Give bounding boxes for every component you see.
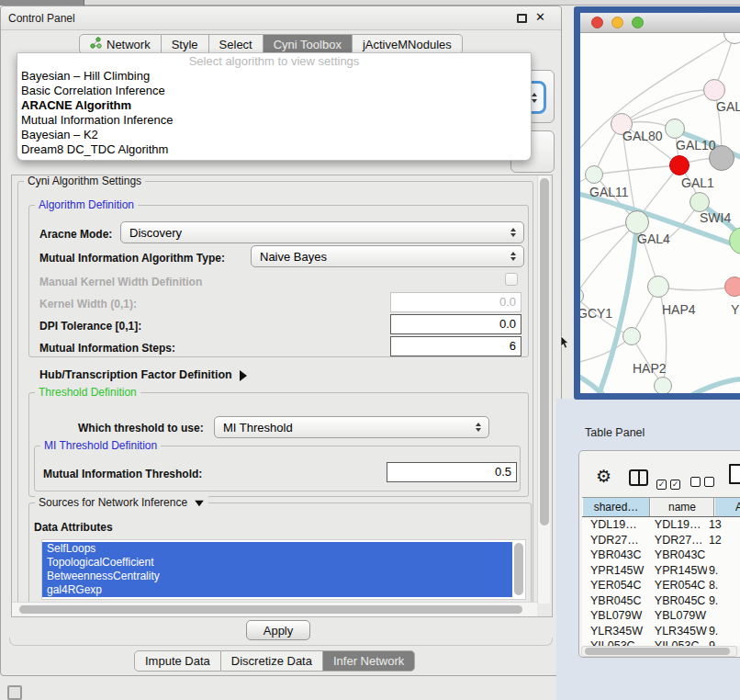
algorithm-option-basic-correlation-inference[interactable]: Basic Correlation Inference (17, 84, 531, 98)
network-window-titlebar[interactable] (580, 13, 740, 33)
attribute-topologicalcoefficient[interactable]: TopologicalCoefficient (42, 556, 512, 570)
data-attributes-listbox[interactable]: SelfLoopsTopologicalCoefficientBetweenne… (41, 539, 526, 600)
tab-label: Network (107, 38, 151, 51)
group-title: Threshold Definition (35, 386, 140, 399)
aracne-mode-label: Aracne Mode: (39, 228, 112, 241)
table-row[interactable]: YDL19…YDL19…13 (582, 517, 740, 533)
column-header-name[interactable]: name (650, 498, 714, 516)
dropdown-placeholder: Select algorithm to view settings (17, 54, 531, 69)
table-row[interactable]: YPR145WYPR145W9. (582, 563, 740, 579)
deselect-all-checkboxes-icon[interactable] (690, 474, 718, 491)
network-canvas[interactable]: GALGAL80GAL10GAL1GAL11SWI4GAL4GCY1HAP4YH… (580, 33, 740, 393)
algorithm-option-aracne-algorithm[interactable]: ARACNE Algorithm (17, 98, 531, 113)
network-node[interactable] (665, 119, 685, 139)
node-label-gal10: GAL10 (676, 138, 716, 152)
select-all-checkboxes-icon[interactable]: ✓✓ (656, 474, 684, 491)
mi-algorithm-type-label: Mutual Information Algorithm Type: (39, 252, 225, 265)
group-title: Algorithm Definition (35, 198, 138, 211)
network-node[interactable] (690, 192, 710, 212)
listbox-scrollbar[interactable] (514, 543, 523, 595)
tab-style[interactable]: Style (162, 34, 209, 54)
scrollbar-thumb[interactable] (19, 605, 522, 614)
scrollbar-thumb[interactable] (540, 178, 549, 525)
table-row[interactable]: YBR045CYBR045C9. (582, 593, 740, 609)
algorithm-option-bayesian-hill-climbing[interactable]: Bayesian – Hill Climbing (17, 69, 531, 84)
network-node[interactable] (647, 276, 669, 298)
hub-definition-toggle[interactable]: Hub/Transcription Factor Definition (39, 368, 247, 381)
table-row[interactable]: YIL053CYIL053C9 (582, 638, 740, 646)
which-threshold-combobox[interactable]: MI Threshold (214, 416, 489, 438)
macos-zoom-button[interactable] (632, 17, 644, 28)
attribute-betweennesscentrality[interactable]: BetweennessCentrality (42, 570, 512, 583)
table-horizontal-scrollbar[interactable] (581, 646, 737, 657)
node-label-gal80: GAL80 (622, 129, 663, 143)
network-node[interactable] (654, 377, 672, 393)
tab-jactivemnodules[interactable]: jActiveMNodules (353, 34, 463, 54)
network-edge[interactable] (658, 287, 734, 290)
settings-horizontal-scrollbar[interactable] (12, 602, 537, 616)
gear-icon[interactable]: ⚙ (596, 466, 611, 487)
tab-select[interactable]: Select (209, 34, 263, 54)
group-title: Cyni Algorithm Settings (24, 175, 145, 187)
table-row[interactable]: YBR043CYBR043C (582, 548, 740, 563)
algorithm-option-mutual-information-inference[interactable]: Mutual Information Inference (17, 113, 531, 128)
which-threshold-label: Which threshold to use: (78, 422, 204, 435)
manual-kernel-width-checkbox[interactable] (505, 273, 518, 286)
network-edge-highlighted[interactable] (689, 378, 740, 393)
hub-definition-label: Hub/Transcription Factor Definition (39, 368, 232, 381)
mi-threshold-field[interactable]: 0.5 (387, 462, 517, 482)
table-row[interactable]: YDR27…YDR27…12 (582, 533, 740, 548)
scrollbar-thumb[interactable] (585, 648, 730, 655)
mi-algorithm-type-combobox[interactable]: Naive Bayes (251, 245, 524, 267)
float-window-icon[interactable] (517, 14, 527, 23)
tab-infer-network[interactable]: Infer Network (323, 650, 415, 672)
document-icon[interactable] (729, 464, 740, 484)
kernel-width-label: Kernel Width (0,1): (39, 298, 137, 310)
network-edge[interactable] (594, 165, 679, 175)
algorithm-dropdown-popup: Select algorithm to view settings Bayesi… (17, 52, 532, 161)
combobox-arrows-icon (476, 423, 481, 432)
network-node[interactable] (724, 277, 740, 297)
dpi-tolerance-field[interactable]: 0.0 (390, 314, 521, 334)
network-edge-highlighted[interactable] (580, 371, 615, 393)
table-row[interactable]: YLR345WYLR345W9. (582, 624, 740, 639)
mi-algorithm-type-value: Naive Bayes (260, 250, 327, 264)
attribute-selfloops[interactable]: SelfLoops (42, 542, 512, 556)
data-attributes-label: Data Attributes (34, 521, 113, 534)
aracne-mode-combobox[interactable]: Discovery (120, 221, 524, 243)
network-node[interactable] (703, 79, 725, 101)
network-icon (90, 37, 102, 51)
macos-close-button[interactable] (591, 17, 603, 28)
mi-steps-field[interactable]: 6 (390, 336, 521, 356)
network-node[interactable] (585, 165, 603, 184)
tab-discretize-data[interactable]: Discretize Data (221, 650, 323, 672)
algorithm-option-bayesian-k2[interactable]: Bayesian – K2 (17, 128, 531, 142)
column-header-shared[interactable]: shared… (582, 498, 650, 516)
tab-label: Select (219, 38, 252, 51)
network-edge[interactable] (622, 90, 714, 124)
control-panel-titlebar (1, 6, 561, 30)
tab-impute-data[interactable]: Impute Data (134, 650, 221, 672)
attribute-gal4rgexp[interactable]: gal4RGexp (42, 583, 512, 597)
algorithm-option-dream8-dc-tdc-algorithm[interactable]: Dream8 DC_TDC Algorithm (17, 142, 531, 157)
grid-corner-icon[interactable] (7, 685, 22, 700)
tab-label: Discretize Data (231, 654, 312, 668)
node-label-y: Y (731, 302, 739, 317)
table-cell: 9. (707, 564, 740, 577)
settings-vertical-scrollbar[interactable] (537, 175, 550, 604)
split-view-icon[interactable] (629, 469, 648, 486)
table-row[interactable]: YER054CYER054C8. (582, 578, 740, 593)
cyni-mode-tabs: Impute DataDiscretize DataInfer Network (134, 650, 415, 672)
aracne-mode-value: Discovery (129, 226, 182, 240)
kernel-width-field[interactable]: 0.0 (390, 292, 521, 312)
macos-minimize-button[interactable] (611, 17, 623, 28)
table-row[interactable]: YBL079WYBL079W (582, 608, 740, 624)
column-header-a[interactable]: A (714, 498, 740, 516)
sources-toggle[interactable]: Sources for Network Inference (35, 496, 208, 509)
network-node[interactable] (669, 155, 690, 175)
close-icon[interactable]: ✕ (535, 10, 545, 24)
tab-network[interactable]: Network (79, 34, 162, 54)
which-threshold-value: MI Threshold (223, 421, 293, 435)
tab-cyni-toolbox[interactable]: Cyni Toolbox (263, 34, 353, 54)
network-node[interactable] (622, 327, 641, 345)
